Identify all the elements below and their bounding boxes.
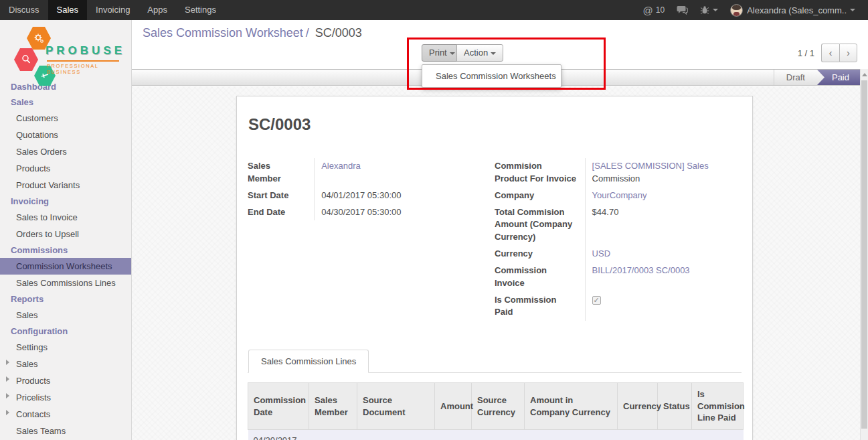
sidebar-section-invoicing[interactable]: Invoicing (0, 194, 131, 209)
company-logo[interactable]: PROBUSE PROFESSIONAL BUSINESS (0, 20, 131, 79)
breadcrumb-current: SC/0003 (315, 26, 362, 40)
col-commission-date[interactable]: Commission Date (248, 383, 309, 430)
field-label-is-commission-paid: Is Commission Paid (495, 292, 585, 321)
field-value-end-date: 04/30/2017 05:30:00 (314, 204, 485, 221)
sidebar-item-quotations[interactable]: Quotations (0, 127, 131, 143)
bug-icon (700, 5, 709, 15)
cell-amount-company: 7.50 (525, 429, 618, 440)
field-label-commission-invoice: Commission Invoice (495, 263, 585, 292)
menu-sales[interactable]: Sales (48, 0, 88, 20)
sidebar-item-pricelists[interactable]: Pricelists (0, 389, 131, 406)
sidebar-section-reports[interactable]: Reports (0, 291, 131, 307)
pager-next-button[interactable]: › (839, 44, 857, 62)
sidebar-item-label: Products (16, 376, 50, 386)
menu-apps[interactable]: Apps (139, 0, 176, 20)
field-label-end-date: End Date (248, 204, 314, 221)
print-button-label: Print (429, 48, 447, 58)
status-paid-badge: Paid (817, 70, 860, 85)
sidebar-section-commissions[interactable]: Commissions (0, 242, 131, 258)
menu-discuss[interactable]: Discuss (0, 0, 48, 20)
col-sales-member[interactable]: Sales Member (309, 383, 357, 430)
sidebar: PROBUSE PROFESSIONAL BUSINESS Dashboard … (0, 20, 132, 440)
sidebar-item-sales-to-invoice[interactable]: Sales to Invoice (0, 209, 131, 226)
sidebar-item-product-variants[interactable]: Product Variants (0, 177, 131, 194)
field-value-company[interactable]: YourCompany (592, 190, 647, 200)
scrollbar-thumb[interactable] (861, 80, 867, 429)
field-value-total-commission-amount: $44.70 (585, 204, 732, 246)
field-label-sales-member: Sales Member (248, 158, 314, 188)
sidebar-item-sales-commissions-lines[interactable]: Sales Commissions Lines (0, 275, 131, 291)
vertical-scrollbar[interactable] (860, 69, 868, 440)
form-sheet: SC/0003 Sales Member Alexandra Start Dat… (236, 96, 753, 440)
is-commission-paid-checkbox[interactable] (592, 296, 601, 305)
field-value-commission-invoice[interactable]: BILL/2017/0003 SC/0003 (592, 265, 690, 275)
col-amount-company-currency[interactable]: Amount in Company Currency (525, 383, 618, 430)
at-icon: @ (643, 5, 653, 16)
sidebar-item-config-sales[interactable]: Sales (0, 356, 131, 372)
sidebar-item-sales-orders[interactable]: Sales Orders (0, 143, 131, 160)
sidebar-item-commission-worksheets[interactable]: Commission Worksheets (0, 258, 131, 275)
col-is-commission-line-paid[interactable]: Is Commision Line Paid (692, 383, 744, 430)
col-status[interactable]: Status (658, 383, 692, 430)
chevron-down-icon (713, 9, 718, 11)
col-amount[interactable]: Amount (435, 383, 472, 430)
field-value-commission-product-link[interactable]: [SALES COMMISSION] Sales (592, 161, 709, 171)
table-row[interactable]: 04/20/2017 05:30:00 Alexandra CUST.IN/20… (248, 429, 744, 440)
col-source-currency[interactable]: Source Currency (472, 383, 525, 430)
expand-arrow-icon (6, 410, 9, 415)
field-value-sales-member[interactable]: Alexandra (321, 161, 361, 171)
expand-arrow-icon (6, 360, 9, 365)
expand-arrow-icon (6, 393, 9, 398)
avatar (730, 4, 743, 17)
sidebar-item-config-products[interactable]: Products (0, 372, 131, 389)
col-source-document[interactable]: Source Document (357, 383, 435, 430)
cell-sales-member: Alexandra (309, 429, 357, 440)
sidebar-item-customers[interactable]: Customers (0, 110, 131, 127)
menu-item-sales-commission-worksheets[interactable]: Sales Commission Worksheets (422, 68, 561, 84)
cell-currency: USD (618, 429, 658, 440)
top-navbar: Discuss Sales Invoicing Apps Settings @ … (0, 0, 868, 20)
debug-menu-button[interactable] (700, 5, 718, 15)
field-value-commission-product-rest: Commission (592, 173, 640, 184)
mentions-button[interactable]: @ 10 (643, 5, 665, 16)
menu-invoicing[interactable]: Invoicing (87, 0, 139, 20)
field-label-currency: Currency (495, 246, 585, 263)
notebook: Sales Commission Lines Commission Date S… (248, 349, 742, 440)
field-value-currency[interactable]: USD (592, 248, 610, 259)
sidebar-item-orders-to-upsell[interactable]: Orders to Upsell (0, 226, 131, 242)
action-button-label: Action (464, 48, 488, 58)
field-groups: Sales Member Alexandra Start Date 04/01/… (248, 158, 742, 321)
sidebar-item-contacts[interactable]: Contacts (0, 406, 131, 423)
cell-source-currency: USD (472, 429, 525, 440)
sidebar-item-label: Pricelists (16, 392, 51, 402)
table-header-row: Commission Date Sales Member Source Docu… (248, 383, 744, 430)
user-menu[interactable]: Alexandra (Sales_comm.. (730, 4, 855, 17)
chevron-down-icon (491, 52, 496, 55)
expand-arrow-icon (6, 376, 9, 382)
main-menu: Discuss Sales Invoicing Apps Settings (0, 0, 225, 20)
status-draft[interactable]: Draft (774, 70, 817, 85)
sidebar-item-sales-teams[interactable]: Sales Teams (0, 423, 131, 439)
pager-previous-button[interactable]: ‹ (821, 44, 839, 62)
sidebar-section-configuration[interactable]: Configuration (0, 323, 131, 339)
menu-settings[interactable]: Settings (176, 0, 225, 20)
tab-sales-commission-lines[interactable]: Sales Commission Lines (248, 350, 369, 373)
mention-count: 10 (656, 5, 665, 15)
action-button[interactable]: Action (456, 44, 503, 62)
field-value-start-date: 04/01/2017 05:30:00 (314, 188, 485, 204)
chat-bubble-icon (677, 5, 688, 15)
app-window: Discuss Sales Invoicing Apps Settings @ … (0, 0, 868, 440)
messages-button[interactable] (677, 5, 688, 15)
sidebar-item-dashboard[interactable]: Dashboard (0, 79, 131, 94)
field-label-company: Company (495, 188, 585, 204)
breadcrumb-parent-link[interactable]: Sales Commission Worksheet (143, 26, 303, 40)
col-currency[interactable]: Currency (618, 383, 658, 430)
sidebar-item-settings[interactable]: Settings (0, 339, 131, 356)
sidebar-item-products[interactable]: Products (0, 160, 131, 177)
logo-title: PROBUSE (46, 44, 125, 58)
sidebar-item-reports-sales[interactable]: Sales (0, 307, 131, 323)
commission-lines-table: Commission Date Sales Member Source Docu… (248, 382, 744, 440)
sidebar-section-sales[interactable]: Sales (0, 94, 131, 110)
scroll-up-icon[interactable] (862, 73, 867, 76)
pager: 1 / 1 ‹ › (798, 44, 857, 62)
